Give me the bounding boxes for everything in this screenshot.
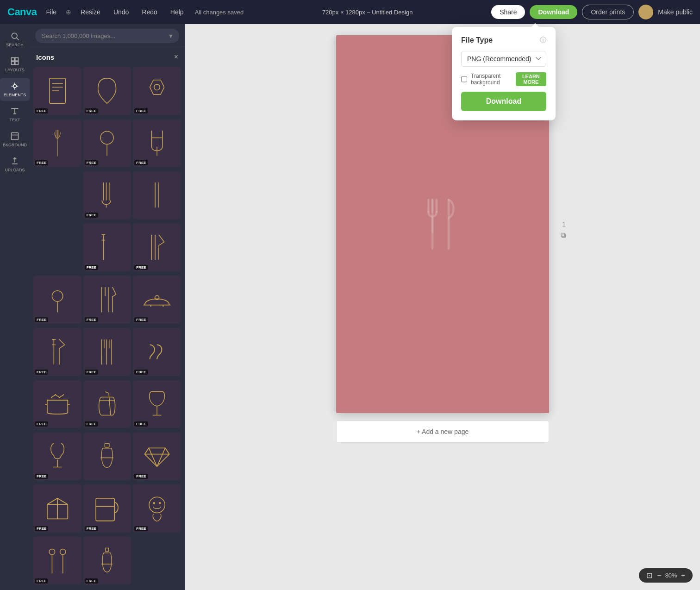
free-badge: FREE [35, 421, 48, 427]
sidebar-item-layouts[interactable]: LAYOUTS [0, 53, 30, 76]
list-item[interactable]: FREE [133, 119, 181, 167]
file-menu-button[interactable]: File [43, 6, 61, 18]
add-page-button[interactable]: + Add a new page [336, 421, 549, 443]
list-item[interactable] [133, 171, 181, 220]
list-item[interactable]: FREE [133, 67, 181, 115]
sidebar-item-elements[interactable]: ELEMENTS [0, 78, 30, 101]
list-item[interactable]: FREE [83, 484, 131, 533]
free-badge: FREE [134, 474, 148, 479]
sidebar-item-background[interactable]: BKGROUND [0, 128, 30, 151]
list-item[interactable]: FREE [83, 328, 131, 376]
free-badge: FREE [134, 526, 148, 531]
svg-point-60 [159, 502, 161, 504]
avatar[interactable] [638, 5, 653, 19]
svg-point-58 [149, 497, 165, 513]
canvas-area: 1 ⧉ + Add a new page [185, 24, 700, 590]
sidebar-item-text[interactable]: TEXT [0, 103, 30, 126]
list-item[interactable]: FREE [83, 276, 131, 324]
top-navigation: Canva File ⊕ Resize Undo Redo Help All c… [0, 0, 700, 24]
list-item[interactable] [83, 433, 131, 481]
sidebar-text-label: TEXT [9, 118, 20, 122]
main-layout: SEARCH LAYOUTS ELEMENTS TEXT BKGROUND [0, 0, 700, 590]
panel-title: Icons [36, 53, 54, 61]
nav-center: 720px × 1280px – Untitled Design [249, 9, 486, 16]
free-badge: FREE [85, 108, 98, 113]
svg-rect-65 [106, 548, 109, 551]
list-item[interactable]: FREE [133, 276, 181, 324]
svg-point-27 [52, 291, 62, 301]
list-item[interactable]: FREE [33, 537, 81, 585]
list-item[interactable]: FREE [83, 537, 131, 585]
svg-point-12 [154, 84, 160, 90]
resize-button[interactable]: Resize [77, 6, 104, 18]
elements-panel: ▼ Icons × FREE FREE FREE [30, 24, 185, 590]
svg-point-14 [100, 131, 113, 144]
panel-close-button[interactable]: × [174, 53, 178, 61]
list-item[interactable]: FREE [83, 119, 131, 167]
page-number: 1 [562, 220, 566, 228]
list-item[interactable]: FREE [133, 380, 181, 428]
share-button[interactable]: Share [491, 5, 525, 19]
transparent-row: Transparent background LEARN MORE [461, 72, 546, 86]
sidebar-search-label: SEARCH [6, 43, 24, 47]
list-item[interactable]: FREE [133, 223, 181, 271]
free-badge: FREE [134, 108, 148, 113]
list-item[interactable]: FREE [83, 67, 131, 115]
popup-arrow [531, 23, 539, 27]
sidebar-item-search[interactable]: SEARCH [0, 28, 30, 51]
list-item[interactable]: FREE [33, 380, 81, 428]
free-badge: FREE [85, 578, 98, 584]
download-popup: File Type ⓘ PNG (Recommended) JPG PDF St… [452, 27, 556, 120]
help-button[interactable]: Help [167, 6, 188, 18]
file-type-select[interactable]: PNG (Recommended) JPG PDF Standard PDF P… [461, 51, 546, 67]
svg-rect-4 [12, 62, 15, 65]
svg-line-1 [17, 38, 19, 40]
download-popup-button[interactable]: Download [461, 92, 546, 111]
list-item[interactable]: FREE [33, 67, 81, 115]
svg-line-52 [149, 448, 157, 467]
layouts-icon [10, 56, 19, 66]
nav-right-actions: Share Download Order prints Make public [491, 5, 693, 19]
resize-icon: ⊕ [66, 8, 71, 16]
make-public-button[interactable]: Make public [658, 8, 693, 16]
design-info: 720px × 1280px – Untitled Design [322, 9, 413, 16]
free-badge: FREE [85, 526, 98, 531]
free-badge: FREE [134, 317, 148, 322]
free-badge: FREE [35, 108, 48, 113]
svg-point-61 [49, 549, 55, 554]
transparent-background-checkbox[interactable] [461, 76, 467, 82]
svg-rect-7 [12, 133, 19, 140]
free-badge: FREE [134, 370, 148, 375]
search-icon [10, 31, 19, 41]
list-item[interactable]: FREE [83, 380, 131, 428]
duplicate-page-button[interactable]: ⧉ [561, 231, 566, 239]
list-item[interactable]: FREE [133, 328, 181, 376]
svg-rect-49 [105, 444, 110, 447]
free-badge: FREE [35, 160, 48, 165]
text-icon [10, 107, 19, 116]
list-item[interactable]: FREE [133, 484, 181, 533]
sidebar-icons: SEARCH LAYOUTS ELEMENTS TEXT BKGROUND [0, 24, 30, 590]
list-item[interactable]: FREE [33, 328, 81, 376]
list-item[interactable]: FREE [33, 433, 81, 481]
list-item[interactable]: FREE [133, 433, 181, 481]
svg-point-6 [13, 85, 17, 88]
undo-button[interactable]: Undo [110, 6, 132, 18]
icons-grid: FREE FREE FREE FREE [30, 64, 185, 590]
list-item[interactable]: FREE [83, 171, 131, 220]
free-badge: FREE [134, 265, 148, 270]
list-item[interactable]: FREE [33, 276, 81, 324]
list-item[interactable]: FREE [33, 484, 81, 533]
download-nav-button[interactable]: Download [530, 5, 577, 19]
sidebar-item-uploads[interactable]: UPLOADS [0, 153, 30, 176]
list-item[interactable]: FREE [33, 119, 81, 167]
search-input[interactable] [35, 29, 179, 43]
presentation-mode-button[interactable]: ⊡ [645, 571, 653, 580]
zoom-in-button[interactable]: + [680, 571, 686, 580]
list-item[interactable]: FREE [83, 223, 131, 271]
learn-more-button[interactable]: LEARN MORE [516, 72, 546, 86]
order-prints-button[interactable]: Order prints [582, 5, 634, 19]
redo-button[interactable]: Redo [138, 6, 161, 18]
info-icon[interactable]: ⓘ [540, 36, 546, 44]
zoom-out-button[interactable]: − [656, 571, 662, 580]
